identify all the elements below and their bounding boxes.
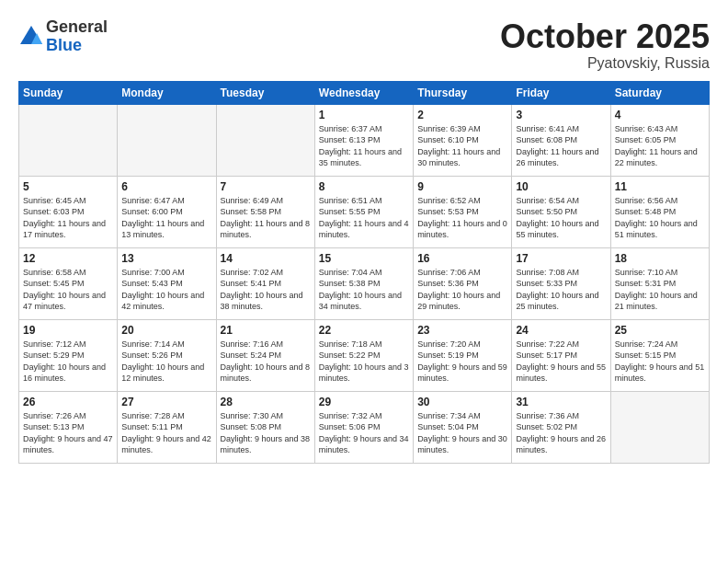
month-title: October 2025 bbox=[500, 18, 710, 55]
day-number: 21 bbox=[221, 324, 311, 337]
calendar-cell: 21Sunrise: 7:16 AM Sunset: 5:24 PM Dayli… bbox=[216, 319, 314, 391]
day-info: Sunrise: 6:51 AM Sunset: 5:55 PM Dayligh… bbox=[319, 195, 409, 241]
day-number: 31 bbox=[516, 396, 606, 408]
calendar-cell: 15Sunrise: 7:04 AM Sunset: 5:38 PM Dayli… bbox=[314, 247, 413, 319]
day-number: 27 bbox=[121, 396, 211, 408]
day-info: Sunrise: 6:41 AM Sunset: 6:08 PM Dayligh… bbox=[516, 123, 606, 169]
day-number: 30 bbox=[417, 396, 507, 408]
day-info: Sunrise: 6:56 AM Sunset: 5:48 PM Dayligh… bbox=[615, 195, 705, 241]
day-info: Sunrise: 7:28 AM Sunset: 5:11 PM Dayligh… bbox=[121, 410, 211, 456]
day-number: 12 bbox=[23, 252, 113, 265]
day-number: 28 bbox=[221, 396, 311, 408]
day-info: Sunrise: 7:06 AM Sunset: 5:36 PM Dayligh… bbox=[417, 267, 507, 313]
calendar-cell: 24Sunrise: 7:22 AM Sunset: 5:17 PM Dayli… bbox=[512, 319, 610, 391]
calendar-cell: 7Sunrise: 6:49 AM Sunset: 5:58 PM Daylig… bbox=[216, 176, 314, 247]
calendar-cell: 10Sunrise: 6:54 AM Sunset: 5:50 PM Dayli… bbox=[512, 176, 610, 247]
day-info: Sunrise: 6:39 AM Sunset: 6:10 PM Dayligh… bbox=[417, 123, 507, 169]
logo-blue: Blue bbox=[46, 37, 108, 55]
day-info: Sunrise: 7:22 AM Sunset: 5:17 PM Dayligh… bbox=[516, 339, 606, 385]
logo-general: General bbox=[46, 18, 108, 37]
day-number: 20 bbox=[121, 324, 211, 337]
calendar-cell: 2Sunrise: 6:39 AM Sunset: 6:10 PM Daylig… bbox=[414, 104, 512, 176]
calendar-cell: 6Sunrise: 6:47 AM Sunset: 6:00 PM Daylig… bbox=[118, 176, 216, 247]
day-number: 19 bbox=[23, 324, 113, 337]
day-info: Sunrise: 6:45 AM Sunset: 6:03 PM Dayligh… bbox=[23, 195, 113, 241]
logo-text: General Blue bbox=[46, 18, 108, 55]
col-sunday: Sunday bbox=[19, 81, 118, 104]
day-info: Sunrise: 6:49 AM Sunset: 5:58 PM Dayligh… bbox=[221, 195, 311, 241]
calendar-cell: 31Sunrise: 7:36 AM Sunset: 5:02 PM Dayli… bbox=[512, 391, 610, 463]
day-info: Sunrise: 7:26 AM Sunset: 5:13 PM Dayligh… bbox=[23, 410, 113, 456]
day-info: Sunrise: 6:58 AM Sunset: 5:45 PM Dayligh… bbox=[23, 267, 113, 313]
logo: General Blue bbox=[18, 18, 108, 55]
location: Pyatovskiy, Russia bbox=[500, 55, 710, 72]
day-number: 24 bbox=[516, 324, 606, 337]
calendar-header-row: Sunday Monday Tuesday Wednesday Thursday… bbox=[19, 81, 710, 104]
day-info: Sunrise: 6:43 AM Sunset: 6:05 PM Dayligh… bbox=[615, 123, 705, 169]
calendar-week-row: 12Sunrise: 6:58 AM Sunset: 5:45 PM Dayli… bbox=[19, 247, 710, 319]
calendar-cell: 17Sunrise: 7:08 AM Sunset: 5:33 PM Dayli… bbox=[512, 247, 610, 319]
day-info: Sunrise: 7:16 AM Sunset: 5:24 PM Dayligh… bbox=[221, 339, 311, 385]
calendar-cell bbox=[118, 104, 216, 176]
day-number: 13 bbox=[121, 252, 211, 265]
col-monday: Monday bbox=[118, 81, 216, 104]
calendar-cell: 13Sunrise: 7:00 AM Sunset: 5:43 PM Dayli… bbox=[118, 247, 216, 319]
day-number: 17 bbox=[516, 252, 606, 265]
day-number: 18 bbox=[615, 252, 705, 265]
calendar-cell: 9Sunrise: 6:52 AM Sunset: 5:53 PM Daylig… bbox=[414, 176, 512, 247]
calendar-cell: 19Sunrise: 7:12 AM Sunset: 5:29 PM Dayli… bbox=[19, 319, 118, 391]
calendar-cell: 30Sunrise: 7:34 AM Sunset: 5:04 PM Dayli… bbox=[414, 391, 512, 463]
day-number: 6 bbox=[121, 180, 211, 193]
day-number: 10 bbox=[516, 180, 606, 193]
day-number: 16 bbox=[417, 252, 507, 265]
col-friday: Friday bbox=[512, 81, 610, 104]
day-number: 8 bbox=[319, 180, 409, 193]
calendar-week-row: 19Sunrise: 7:12 AM Sunset: 5:29 PM Dayli… bbox=[19, 319, 710, 391]
day-info: Sunrise: 6:47 AM Sunset: 6:00 PM Dayligh… bbox=[121, 195, 211, 241]
day-number: 11 bbox=[615, 180, 705, 193]
calendar-week-row: 5Sunrise: 6:45 AM Sunset: 6:03 PM Daylig… bbox=[19, 176, 710, 247]
calendar-cell: 1Sunrise: 6:37 AM Sunset: 6:13 PM Daylig… bbox=[314, 104, 413, 176]
calendar: Sunday Monday Tuesday Wednesday Thursday… bbox=[18, 81, 710, 464]
day-info: Sunrise: 7:08 AM Sunset: 5:33 PM Dayligh… bbox=[516, 267, 606, 313]
calendar-cell: 25Sunrise: 7:24 AM Sunset: 5:15 PM Dayli… bbox=[610, 319, 709, 391]
day-info: Sunrise: 7:30 AM Sunset: 5:08 PM Dayligh… bbox=[221, 410, 311, 456]
col-wednesday: Wednesday bbox=[314, 81, 413, 104]
day-info: Sunrise: 7:14 AM Sunset: 5:26 PM Dayligh… bbox=[121, 339, 211, 385]
day-info: Sunrise: 7:24 AM Sunset: 5:15 PM Dayligh… bbox=[615, 339, 705, 385]
calendar-cell: 3Sunrise: 6:41 AM Sunset: 6:08 PM Daylig… bbox=[512, 104, 610, 176]
calendar-cell: 12Sunrise: 6:58 AM Sunset: 5:45 PM Dayli… bbox=[19, 247, 118, 319]
day-number: 7 bbox=[221, 180, 311, 193]
day-number: 29 bbox=[319, 396, 409, 408]
calendar-cell: 22Sunrise: 7:18 AM Sunset: 5:22 PM Dayli… bbox=[314, 319, 413, 391]
calendar-cell: 14Sunrise: 7:02 AM Sunset: 5:41 PM Dayli… bbox=[216, 247, 314, 319]
day-info: Sunrise: 6:52 AM Sunset: 5:53 PM Dayligh… bbox=[417, 195, 507, 241]
calendar-cell: 4Sunrise: 6:43 AM Sunset: 6:05 PM Daylig… bbox=[610, 104, 709, 176]
calendar-cell: 20Sunrise: 7:14 AM Sunset: 5:26 PM Dayli… bbox=[118, 319, 216, 391]
logo-icon bbox=[18, 24, 44, 50]
calendar-cell: 16Sunrise: 7:06 AM Sunset: 5:36 PM Dayli… bbox=[414, 247, 512, 319]
day-number: 14 bbox=[221, 252, 311, 265]
calendar-cell: 26Sunrise: 7:26 AM Sunset: 5:13 PM Dayli… bbox=[19, 391, 118, 463]
day-number: 25 bbox=[615, 324, 705, 337]
day-number: 4 bbox=[615, 109, 705, 121]
day-number: 3 bbox=[516, 109, 606, 121]
day-number: 9 bbox=[417, 180, 507, 193]
day-info: Sunrise: 7:12 AM Sunset: 5:29 PM Dayligh… bbox=[23, 339, 113, 385]
col-saturday: Saturday bbox=[610, 81, 709, 104]
calendar-cell: 28Sunrise: 7:30 AM Sunset: 5:08 PM Dayli… bbox=[216, 391, 314, 463]
calendar-cell: 23Sunrise: 7:20 AM Sunset: 5:19 PM Dayli… bbox=[414, 319, 512, 391]
day-info: Sunrise: 7:10 AM Sunset: 5:31 PM Dayligh… bbox=[615, 267, 705, 313]
day-number: 15 bbox=[319, 252, 409, 265]
day-number: 26 bbox=[23, 396, 113, 408]
day-info: Sunrise: 6:37 AM Sunset: 6:13 PM Dayligh… bbox=[319, 123, 409, 169]
header: General Blue October 2025 Pyatovskiy, Ru… bbox=[18, 18, 710, 72]
day-info: Sunrise: 6:54 AM Sunset: 5:50 PM Dayligh… bbox=[516, 195, 606, 241]
col-thursday: Thursday bbox=[414, 81, 512, 104]
day-info: Sunrise: 7:04 AM Sunset: 5:38 PM Dayligh… bbox=[319, 267, 409, 313]
day-info: Sunrise: 7:18 AM Sunset: 5:22 PM Dayligh… bbox=[319, 339, 409, 385]
col-tuesday: Tuesday bbox=[216, 81, 314, 104]
calendar-cell: 18Sunrise: 7:10 AM Sunset: 5:31 PM Dayli… bbox=[610, 247, 709, 319]
calendar-cell: 5Sunrise: 6:45 AM Sunset: 6:03 PM Daylig… bbox=[19, 176, 118, 247]
calendar-cell bbox=[610, 391, 709, 463]
